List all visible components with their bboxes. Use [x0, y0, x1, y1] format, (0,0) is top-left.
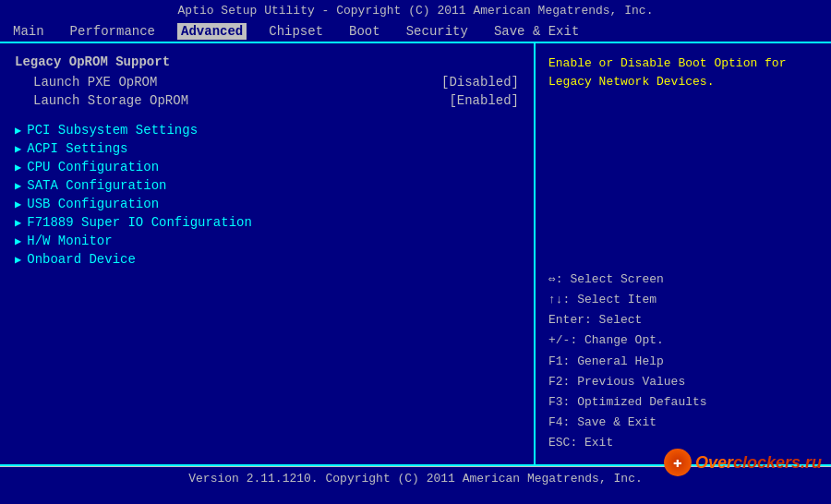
- menu-item-performance[interactable]: Performance: [66, 23, 159, 40]
- key-help-item: F1: General Help: [548, 352, 818, 372]
- title-text: Aptio Setup Utility - Copyright (C) 2011…: [178, 4, 654, 18]
- nav-item[interactable]: ▶H/W Monitor: [15, 234, 519, 248]
- key-help: ⇔: Select Screen↑↓: Select ItemEnter: Se…: [548, 270, 818, 453]
- nav-item-label: H/W Monitor: [27, 234, 112, 248]
- watermark-text: Overclockers.ru: [695, 453, 822, 473]
- setting-label: Launch PXE OpROM: [33, 75, 157, 90]
- nav-item-label: USB Configuration: [27, 197, 159, 211]
- nav-item-label: PCI Subsystem Settings: [27, 123, 198, 138]
- menu-item-chipset[interactable]: Chipset: [265, 23, 327, 40]
- menu-item-boot[interactable]: Boot: [345, 23, 384, 40]
- key-help-item: ⇔: Select Screen: [548, 270, 818, 290]
- key-help-item: ↑↓: Select Item: [548, 290, 818, 310]
- nav-items: ▶PCI Subsystem Settings▶ACPI Settings▶CP…: [15, 123, 519, 267]
- menu-item-advanced[interactable]: Advanced: [177, 23, 247, 40]
- menu-item-main[interactable]: Main: [9, 23, 48, 40]
- key-help-item: Enter: Select: [548, 310, 818, 330]
- menu-item-security[interactable]: Security: [403, 23, 472, 40]
- nav-item-label: Onboard Device: [27, 252, 136, 267]
- key-help-item: F2: Previous Values: [548, 372, 818, 392]
- nav-arrow-icon: ▶: [15, 216, 21, 230]
- nav-item-label: F71889 Super IO Configuration: [27, 215, 252, 230]
- nav-arrow-icon: ▶: [15, 124, 21, 138]
- nav-item[interactable]: ▶CPU Configuration: [15, 160, 519, 174]
- nav-item[interactable]: ▶Onboard Device: [15, 252, 519, 267]
- nav-item[interactable]: ▶F71889 Super IO Configuration: [15, 215, 519, 230]
- nav-item[interactable]: ▶ACPI Settings: [15, 141, 519, 156]
- key-help-item: F3: Optimized Defaults: [548, 392, 818, 413]
- footer-text: Version 2.11.1210. Copyright (C) 2011 Am…: [188, 472, 642, 486]
- nav-arrow-icon: ▶: [15, 161, 21, 174]
- title-bar: Aptio Setup Utility - Copyright (C) 2011…: [0, 0, 831, 21]
- help-text: Enable or Disable Boot Option for Legacy…: [548, 54, 818, 90]
- nav-item-label: ACPI Settings: [27, 141, 127, 156]
- nav-arrow-icon: ▶: [15, 234, 21, 248]
- main-content: Legacy OpROM Support Launch PXE OpROM[Di…: [0, 42, 831, 466]
- setting-row: Launch Storage OpROM[Enabled]: [15, 93, 519, 108]
- nav-arrow-icon: ▶: [15, 253, 21, 267]
- settings-rows: Launch PXE OpROM[Disabled]Launch Storage…: [15, 75, 519, 108]
- section-title: Legacy OpROM Support: [15, 54, 519, 69]
- nav-arrow-icon: ▶: [15, 179, 21, 193]
- watermark: ✚ Overclockers.ru: [664, 449, 822, 476]
- watermark-icon: ✚: [664, 449, 692, 476]
- nav-arrow-icon: ▶: [15, 198, 21, 211]
- nav-item-label: CPU Configuration: [27, 160, 159, 174]
- key-help-item: F4: Save & Exit: [548, 413, 818, 433]
- nav-item[interactable]: ▶SATA Configuration: [15, 178, 519, 193]
- menu-bar: MainPerformanceAdvancedChipsetBootSecuri…: [0, 21, 831, 42]
- nav-item-label: SATA Configuration: [27, 178, 166, 193]
- setting-row: Launch PXE OpROM[Disabled]: [15, 75, 519, 90]
- setting-value[interactable]: [Disabled]: [441, 75, 519, 90]
- nav-arrow-icon: ▶: [15, 142, 21, 156]
- key-help-item: +/-: Change Opt.: [548, 330, 818, 351]
- left-panel: Legacy OpROM Support Launch PXE OpROM[Di…: [0, 43, 536, 464]
- nav-item[interactable]: ▶PCI Subsystem Settings: [15, 123, 519, 138]
- right-panel: Enable or Disable Boot Option for Legacy…: [536, 43, 831, 464]
- menu-item-save_exit[interactable]: Save & Exit: [490, 23, 583, 40]
- setting-value[interactable]: [Enabled]: [449, 93, 519, 108]
- setting-label: Launch Storage OpROM: [33, 93, 188, 108]
- nav-item[interactable]: ▶USB Configuration: [15, 197, 519, 211]
